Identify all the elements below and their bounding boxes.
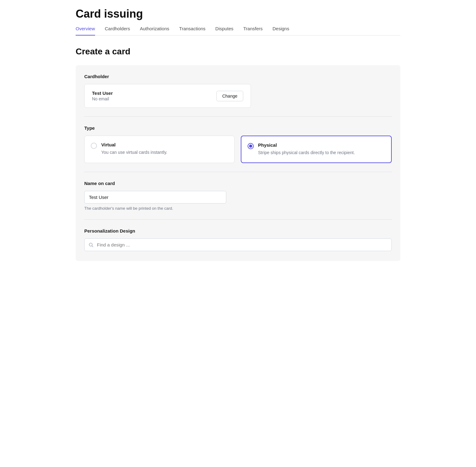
cardholder-email: No email [92,96,113,101]
name-on-card-hint: The cardholder's name will be printed on… [84,206,392,211]
radio-physical-inner [249,145,252,148]
svg-line-1 [92,246,93,247]
radio-virtual [91,143,97,149]
change-button[interactable]: Change [216,91,243,101]
nav-tabs: Overview Cardholders Authorizations Tran… [76,26,400,36]
search-input-wrap [84,238,392,251]
cardholder-section: Cardholder Test User No email Change [84,74,392,108]
personalization-design-section: Personalization Design [84,228,392,251]
cardholder-card: Test User No email Change [84,84,251,108]
cardholder-label: Cardholder [84,74,392,79]
personalization-design-label: Personalization Design [84,228,392,233]
tab-disputes[interactable]: Disputes [215,26,233,36]
type-option-physical-content: Physical Stripe ships physical cards dir… [258,142,355,156]
type-option-virtual[interactable]: Virtual You can use virtual cards instan… [84,136,235,163]
name-on-card-input[interactable] [84,191,226,204]
tab-overview[interactable]: Overview [76,26,95,36]
name-on-card-label: Name on card [84,181,392,186]
tab-cardholders[interactable]: Cardholders [105,26,130,36]
page-title: Card issuing [76,7,400,20]
personalization-design-input[interactable] [84,238,392,251]
tab-authorizations[interactable]: Authorizations [140,26,169,36]
divider-1 [84,116,392,117]
type-label: Type [84,125,392,131]
type-physical-name: Physical [258,142,355,148]
search-icon [89,242,94,247]
type-option-virtual-content: Virtual You can use virtual cards instan… [101,142,167,155]
type-physical-desc: Stripe ships physical cards directly to … [258,149,355,156]
tab-designs[interactable]: Designs [273,26,289,36]
cardholder-info: Test User No email [92,90,113,101]
type-virtual-name: Virtual [101,142,167,147]
tab-transactions[interactable]: Transactions [179,26,205,36]
divider-2 [84,172,392,172]
form-section-title: Create a card [76,47,400,57]
tab-transfers[interactable]: Transfers [243,26,263,36]
divider-3 [84,219,392,220]
form-container: Cardholder Test User No email Change Typ… [76,65,400,261]
type-section: Type Virtual You can use virtual cards i… [84,125,392,163]
cardholder-name: Test User [92,90,113,96]
radio-physical [248,143,254,149]
type-option-physical[interactable]: Physical Stripe ships physical cards dir… [241,136,392,163]
type-virtual-desc: You can use virtual cards instantly. [101,149,167,155]
type-options: Virtual You can use virtual cards instan… [84,136,392,163]
name-on-card-section: Name on card The cardholder's name will … [84,181,392,211]
